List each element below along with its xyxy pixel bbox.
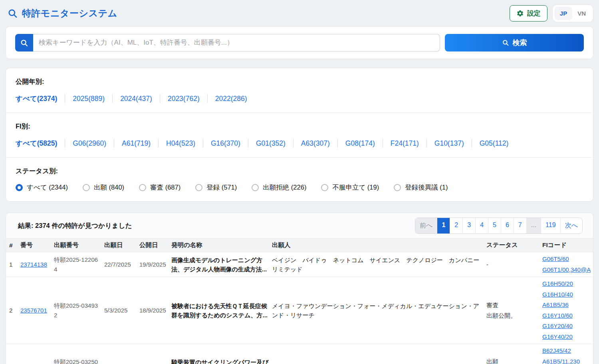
pagination-page-7[interactable]: 7 [514,218,526,233]
pagination-page-4[interactable]: 4 [475,218,488,233]
search-icon [502,39,509,46]
fi-codes-cell: B62J45/42A61B5/11,230B62J45/414B62J45/00 [542,344,593,364]
status-filter-options: すべて (2344)出願 (840)審査 (687)登録 (571)出願拒絶 (… [16,183,583,192]
radio-icon [16,184,23,191]
header-actions: 設定 JP VN [510,4,593,22]
status-option-label: 登録後異議 (1) [405,183,448,192]
publication-date: 18/9/2025 [139,344,171,364]
status-radio-option[interactable]: 登録後異議 (1) [394,183,448,192]
fi-code-link[interactable]: A61B5/36 [542,300,590,311]
table-row: 123714138特願2025-12206422/7/202519/9/2025… [6,252,593,277]
status-line: 出願 [486,356,539,364]
patent-number-link[interactable]: 23714138 [20,261,47,268]
status-radio-option[interactable]: 出願 (840) [83,183,124,192]
column-header: 出願日 [104,239,139,252]
status-option-label: 出願拒絶 (226) [263,183,306,192]
lang-vn-button[interactable]: VN [572,7,591,20]
invention-title: 騎乗装置のサイクリングパワー及び状態の測定装置及びクラウドシス... [171,344,272,364]
status-radio-option[interactable]: 登録 (571) [195,183,237,192]
status-line: - [486,259,539,270]
search-icon-button[interactable] [15,34,33,51]
search-submit-button[interactable]: 検索 [445,34,584,51]
status-option-label: 審査 (687) [150,183,180,192]
radio-icon [252,184,259,191]
year-filter-link[interactable]: 2023(762) [168,95,200,103]
fi-filter-link[interactable]: G10(137) [434,139,464,148]
search-submit-label: 検索 [513,38,527,47]
fi-filter-link[interactable]: G05(112) [480,139,509,148]
pagination-page-5[interactable]: 5 [488,218,501,233]
patent-number-link[interactable]: 23576701 [20,307,47,314]
settings-button[interactable]: 設定 [510,5,547,22]
search-input[interactable] [33,34,440,51]
results-card: 結果: 2374 件の特許が見つかりました 前へ1234567...119次へ … [6,213,593,364]
table-row: 323573840特願2025-0325032/3/202518/9/2025騎… [6,344,593,364]
fi-codes-cell: G06T5/60G06T1/00,340@A [542,252,593,277]
application-number: 特願2025-032503 [54,344,104,364]
column-header: 出願番号 [54,239,104,252]
pagination-page-1[interactable]: 1 [437,218,450,233]
pagination-page-119[interactable]: 119 [541,218,560,233]
status-radio-option[interactable]: すべて (2344) [16,183,68,192]
filters-card: 公開年別: すべて(2374)2025(889)2024(437)2023(76… [6,68,593,202]
fi-filter-link[interactable]: G08(174) [345,139,375,148]
fi-code-link[interactable]: G16Y20/40 [542,321,590,332]
year-filter-links: すべて(2374)2025(889)2024(437)2023(762)2022… [16,94,583,103]
patent-number-cell: 23573840 [20,344,54,364]
column-header: 番号 [20,239,54,252]
status-line: 出願公開。 [486,311,539,321]
fi-filter-link[interactable]: A61(719) [122,139,151,148]
search-icon [20,39,28,47]
publication-date: 18/9/2025 [139,277,171,344]
lang-jp-button[interactable]: JP [555,7,572,20]
application-number: 特願2025-122064 [54,252,104,277]
status-radio-option[interactable]: 審査 (687) [139,183,180,192]
fi-code-link[interactable]: G16Y10/60 [542,311,590,321]
results-header: 結果: 2374 件の特許が見つかりました 前へ1234567...119次へ [6,213,593,238]
filing-date: 5/3/2025 [104,277,139,344]
pagination-page-6[interactable]: 6 [501,218,514,233]
fi-code-link[interactable]: A61B5/11,230 [542,356,590,364]
fi-code-link[interactable]: G16H50/20 [542,279,590,289]
search-group [15,34,440,51]
fi-filter-link[interactable]: A63(307) [301,139,330,148]
fi-filter-link[interactable]: G06(2960) [73,139,106,148]
invention-title: 画像生成モデルのトレーニング方法、デジタル人物画像の生成方法... [171,252,272,277]
status-radio-option[interactable]: 出願拒絶 (226) [252,183,306,192]
pagination-next[interactable]: 次へ [560,218,582,233]
fi-filter-link[interactable]: F24(171) [391,139,419,148]
fi-code-link[interactable]: G16Y40/20 [542,332,590,342]
column-header: 公開日 [139,239,171,252]
fi-filter-link[interactable]: すべて(5825) [16,138,57,148]
radio-icon [394,184,401,191]
pagination-page-2[interactable]: 2 [450,218,462,233]
separator [426,139,427,148]
separator [114,139,114,148]
brand: 特許モニターシステム [7,7,117,20]
pagination-page-3[interactable]: 3 [462,218,475,233]
publication-date: 19/9/2025 [139,252,171,277]
year-filter-link[interactable]: 2025(889) [73,95,105,103]
search-icon [7,8,18,19]
fi-code-link[interactable]: G06T1/00,340@A [542,265,590,275]
filing-date: 22/7/2025 [104,252,139,277]
fi-filter-link[interactable]: G16(370) [211,139,240,148]
fi-code-link[interactable]: B62J45/42 [542,346,590,356]
fi-code-link[interactable]: G06T5/60 [542,254,590,265]
status-radio-option[interactable]: 不服申立て (19) [321,183,379,192]
fi-filter-link[interactable]: H04(523) [166,139,195,148]
filter-section-year: 公開年別: すべて(2374)2025(889)2024(437)2023(76… [6,68,593,113]
fi-code-link[interactable]: G16H10/40 [542,289,590,300]
status-cell: 審査出願公開。 [486,277,542,344]
year-filter-link[interactable]: すべて(2374) [16,94,57,103]
radio-icon [321,184,328,191]
status-cell: 出願出願公開。 [486,344,542,364]
column-header: FIコード [542,239,593,252]
application-number: 特願2025-034932 [54,277,104,344]
fi-filter-link[interactable]: G01(352) [256,139,286,148]
year-filter-link[interactable]: 2022(286) [215,95,247,103]
separator [203,139,203,148]
separator [248,139,248,148]
year-filter-link[interactable]: 2024(437) [120,95,152,103]
applicant: ▲シ▼響先創科技股▲フン▼有限公司 [272,344,486,364]
